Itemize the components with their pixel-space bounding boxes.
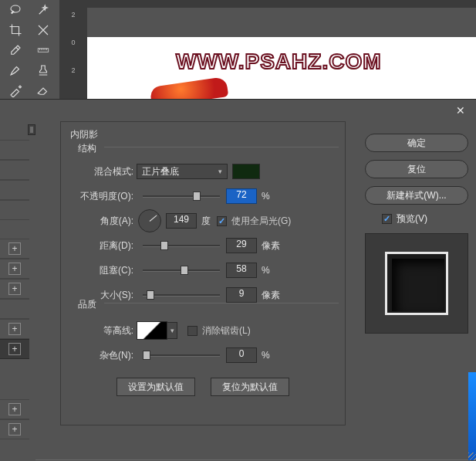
scroll-up-button[interactable] — [28, 124, 35, 135]
list-row[interactable]: + — [0, 399, 29, 419]
shadow-color-swatch[interactable] — [232, 164, 260, 179]
make-default-button[interactable]: 设置为默认值 — [116, 378, 195, 396]
list-row[interactable]: + — [0, 239, 29, 259]
history-brush-tool-icon[interactable] — [2, 80, 29, 100]
preview-thumbnail — [365, 233, 468, 334]
new-style-button[interactable]: 新建样式(W)... — [365, 186, 468, 205]
list-row[interactable]: + — [0, 419, 29, 439]
list-row[interactable]: + — [0, 279, 29, 299]
ruler-tool-icon[interactable] — [29, 40, 57, 60]
noise-unit: % — [262, 350, 270, 361]
choke-input[interactable]: 58 — [226, 263, 257, 278]
ruler-vertical: 2 0 2 — [59, 8, 87, 102]
list-row[interactable] — [0, 180, 29, 200]
contour-picker[interactable]: ▾ — [137, 321, 167, 340]
blend-mode-select[interactable]: 正片叠底 ▾ — [137, 164, 228, 179]
add-icon[interactable]: + — [8, 403, 21, 415]
global-light-label: 使用全局光(G) — [231, 215, 291, 228]
distance-input[interactable]: 29 — [226, 238, 257, 253]
chevron-down-icon[interactable]: ▾ — [167, 322, 177, 339]
cancel-button[interactable]: 复位 — [365, 160, 468, 178]
styles-list-strip: + + + + + + + — [0, 124, 35, 460]
ruler-tick: 2 — [59, 66, 87, 74]
angle-input[interactable]: 149 — [166, 213, 197, 229]
layer-style-dialog: ✕ + + + + + + + — [0, 99, 476, 460]
list-row[interactable] — [0, 140, 29, 160]
blend-mode-value: 正片叠底 — [142, 165, 179, 178]
distance-slider[interactable] — [143, 241, 220, 250]
antialias-checkbox[interactable] — [187, 326, 197, 336]
resize-grip-icon[interactable] — [468, 453, 476, 460]
dialog-buttons-column: 确定 复位 新建样式(W)... 预览(V) — [365, 134, 468, 334]
noise-slider[interactable] — [143, 351, 220, 360]
preview-checkbox[interactable] — [382, 214, 392, 224]
reset-default-button[interactable]: 复位为默认值 — [211, 378, 289, 396]
ok-button[interactable]: 确定 — [365, 134, 468, 152]
magic-wand-tool-icon[interactable] — [29, 0, 57, 20]
antialias-label: 消除锯齿(L) — [202, 324, 251, 337]
size-slider[interactable] — [143, 290, 220, 300]
size-unit: 像素 — [262, 289, 280, 302]
add-icon[interactable]: + — [8, 242, 21, 255]
ruler-horizontal — [59, 0, 476, 8]
window-edge-highlight — [468, 372, 476, 460]
ruler-tick: 2 — [59, 11, 87, 19]
list-row[interactable] — [0, 299, 29, 319]
brush-tool-icon[interactable] — [2, 60, 29, 80]
structure-heading: 结构 — [78, 142, 96, 155]
chevron-down-icon: ▾ — [218, 168, 222, 175]
tools-panel — [0, 0, 58, 102]
choke-label: 阻塞(C): — [69, 264, 137, 277]
noise-input[interactable]: 0 — [226, 347, 257, 363]
angle-dial[interactable] — [138, 209, 161, 232]
add-icon[interactable]: + — [8, 323, 21, 335]
stamp-tool-icon[interactable] — [29, 60, 57, 80]
quality-heading: 品质 — [78, 298, 96, 311]
slice-tool-icon[interactable] — [29, 20, 57, 40]
ruler-tick: 0 — [59, 39, 87, 46]
list-row[interactable]: + — [0, 319, 29, 339]
panel-title: 内阴影 — [70, 128, 98, 141]
preview-label: 预览(V) — [397, 212, 427, 225]
noise-label: 杂色(N): — [69, 349, 137, 362]
add-icon[interactable]: + — [8, 343, 21, 355]
eyedropper-tool-icon[interactable] — [2, 40, 29, 60]
list-row[interactable]: + — [0, 259, 29, 279]
crop-tool-icon[interactable] — [2, 20, 29, 40]
add-icon[interactable]: + — [8, 423, 21, 436]
opacity-slider[interactable] — [143, 192, 220, 201]
opacity-unit: % — [262, 191, 270, 202]
add-icon[interactable]: + — [8, 283, 21, 295]
angle-label: 角度(A): — [69, 215, 137, 228]
list-row-selected[interactable]: + — [0, 339, 29, 359]
opacity-input[interactable]: 72 — [226, 188, 257, 204]
distance-label: 距离(D): — [69, 239, 137, 253]
distance-unit: 像素 — [262, 239, 280, 253]
list-row[interactable] — [0, 200, 29, 220]
close-icon[interactable]: ✕ — [456, 105, 465, 116]
list-row[interactable] — [0, 160, 29, 180]
blend-mode-label: 混合模式: — [69, 165, 137, 178]
contour-label: 等高线: — [69, 324, 137, 337]
eraser-tool-icon[interactable] — [29, 80, 57, 100]
canvas[interactable]: WWW.PSAHZ.COM — [87, 37, 476, 102]
add-icon[interactable]: + — [8, 263, 21, 275]
choke-unit: % — [262, 265, 270, 276]
size-input[interactable]: 9 — [226, 287, 257, 303]
opacity-label: 不透明度(O): — [69, 190, 137, 203]
watermark-text: WWW.PSAHZ.COM — [176, 49, 382, 74]
angle-unit: 度 — [201, 215, 211, 228]
global-light-checkbox[interactable] — [217, 216, 227, 226]
lasso-tool-icon[interactable] — [2, 0, 29, 20]
choke-slider[interactable] — [143, 266, 220, 275]
